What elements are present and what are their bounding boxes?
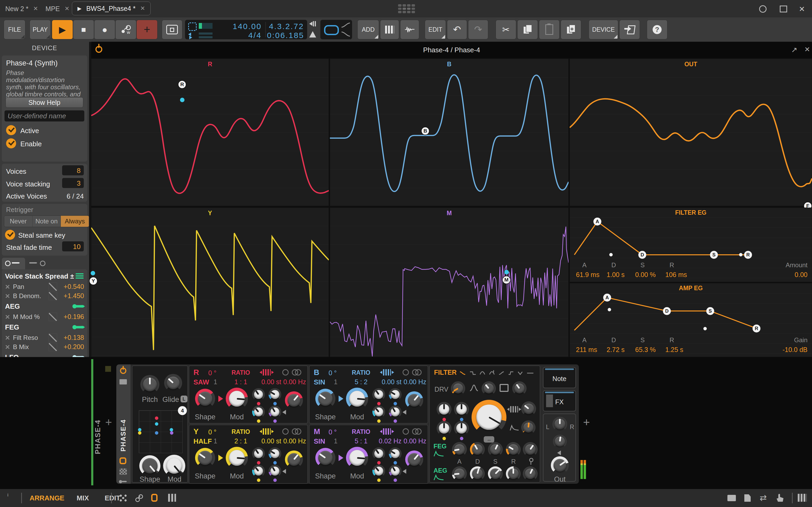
record-button[interactable]: ● xyxy=(94,20,115,39)
osc-wave-num[interactable]: 1 xyxy=(214,437,217,445)
steal-fade-time-value[interactable]: 10 xyxy=(62,241,84,251)
osc-b-display[interactable]: B B xyxy=(330,59,568,206)
show-help-button[interactable]: Show Help xyxy=(6,97,83,108)
steal-same-key-checkbox[interactable] xyxy=(5,230,15,240)
osc-wave-value[interactable]: SAW xyxy=(194,378,209,386)
osc-y-marker[interactable]: Y xyxy=(89,277,98,285)
track-name-vertical[interactable]: PHASE-4 xyxy=(94,393,102,454)
osc-phase-value[interactable]: 0 ° xyxy=(328,428,337,436)
osc-phase-value[interactable]: 0 ° xyxy=(208,428,216,436)
amp-eg-a-value[interactable]: 211 ms xyxy=(576,346,597,353)
modulation-item[interactable]: AEG AEG xyxy=(2,300,87,312)
filter-mod-knob-1[interactable] xyxy=(437,402,451,417)
window-close-icon[interactable]: ✕ xyxy=(799,5,805,13)
cutoff-width-badge[interactable]: ↔ xyxy=(484,436,494,443)
osc-ratio-value[interactable]: 1 : 1 xyxy=(229,378,253,386)
info-icon[interactable]: i xyxy=(7,493,8,498)
osc-shape-knob[interactable] xyxy=(315,448,336,468)
osc-stereo-icon[interactable] xyxy=(292,369,302,376)
window-record-indicator[interactable] xyxy=(759,5,767,13)
user-defined-name-input[interactable]: User-defined name xyxy=(4,110,84,121)
active-checkbox[interactable] xyxy=(6,125,16,135)
osc-modsrc-knob-3[interactable] xyxy=(372,465,385,477)
osc-modsrc-knob-3[interactable] xyxy=(252,465,265,477)
tempo-value[interactable]: 140.00 xyxy=(217,22,262,31)
osc-wave-num[interactable]: 1 xyxy=(334,437,338,445)
fade-out-icon[interactable] xyxy=(341,31,351,37)
osc-r-display[interactable]: R R xyxy=(91,59,329,206)
osc-modsrc-knob-2[interactable] xyxy=(268,388,281,401)
filter-eg-node-s[interactable]: S xyxy=(710,251,718,259)
filter-env-amount-knob[interactable] xyxy=(521,420,536,435)
osc-modsrc-knob-1[interactable] xyxy=(252,447,265,460)
osc-wave-num[interactable]: 1 xyxy=(334,378,338,386)
filter-eg-d-value[interactable]: 1.00 s xyxy=(607,271,624,279)
io-swap-icon[interactable]: ⇄ xyxy=(760,493,767,503)
duplicate-button[interactable]: + xyxy=(561,20,581,39)
osc-mod-knob[interactable] xyxy=(226,447,248,469)
osc-phase-value[interactable]: 0 ° xyxy=(328,369,337,377)
mod-amount-value[interactable]: +0.200 xyxy=(59,343,84,351)
redo-button[interactable]: ↷ xyxy=(468,20,488,39)
osc-out-knob[interactable] xyxy=(405,391,423,409)
voice-stacking-value[interactable]: 3 xyxy=(62,178,84,188)
osc-detune-value[interactable]: 0.00 st xyxy=(252,437,281,445)
song-time[interactable]: 0:06.185 xyxy=(267,31,304,40)
amp-eg-node-a[interactable]: A xyxy=(603,294,611,301)
play-button[interactable]: ▶ xyxy=(52,20,73,39)
project-tab[interactable]: MPE ✕ xyxy=(45,0,69,17)
osc-modsrc-knob-2[interactable] xyxy=(268,447,281,460)
volume-knob[interactable] xyxy=(553,435,567,448)
popout-icon[interactable]: ↗ xyxy=(791,45,797,54)
insert-device-button[interactable] xyxy=(619,20,640,39)
filter-eg-a-value[interactable]: 61.9 ms xyxy=(576,271,600,279)
mod-remove-icon[interactable] xyxy=(5,294,10,298)
feg-s-knob[interactable] xyxy=(488,442,503,457)
mod-sources-tab[interactable] xyxy=(2,258,25,269)
modulation-item[interactable]: Filt Reso Filt Reso +0.138 xyxy=(2,333,87,342)
metronome-icon[interactable] xyxy=(309,31,316,38)
osc-out-knob[interactable] xyxy=(285,391,303,409)
filter-mod-knob-3[interactable] xyxy=(437,421,451,436)
mod-remove-icon[interactable] xyxy=(5,335,10,340)
add-device-left[interactable]: + xyxy=(105,416,112,429)
preset-folder-icon[interactable] xyxy=(119,379,127,385)
osc-freq-value[interactable]: 0.00 Hz xyxy=(282,437,306,445)
osc-modsrc-knob-4[interactable] xyxy=(389,406,402,418)
mod-amount-value[interactable]: +0.138 xyxy=(59,334,84,341)
add-device-button[interactable]: + xyxy=(583,416,590,429)
aeg-s-knob[interactable] xyxy=(488,466,503,481)
time-signature[interactable]: 4/4 xyxy=(217,31,262,40)
out-display[interactable]: OUT F xyxy=(570,59,812,206)
osc-ratio-value[interactable]: 5 : 2 xyxy=(349,378,373,386)
amp-eg-node-d[interactable]: D xyxy=(663,307,671,315)
mod-destinations-tab[interactable] xyxy=(26,258,49,269)
osc-b-marker[interactable]: B xyxy=(421,127,429,135)
filter-keytrack-icon[interactable] xyxy=(510,406,518,412)
osc-shape-knob[interactable] xyxy=(195,448,215,468)
amp-eg-node-r[interactable]: R xyxy=(753,325,760,332)
osc-keytrack-icon[interactable] xyxy=(383,369,391,376)
osc-detune-value[interactable]: 0.00 st xyxy=(252,378,281,386)
voice-count-badge[interactable]: 4 xyxy=(178,406,187,415)
osc-m-display[interactable]: M M xyxy=(330,208,568,357)
osc-keytrack-icon[interactable] xyxy=(383,428,391,435)
pan-knob[interactable] xyxy=(552,417,567,432)
osc-wave-num[interactable]: 1 xyxy=(214,378,217,386)
add-track-button[interactable]: ADD xyxy=(357,20,379,39)
osc-mod-knob[interactable] xyxy=(346,388,368,410)
filter-keytrack-knob[interactable] xyxy=(521,401,536,416)
mod-remove-icon[interactable] xyxy=(5,284,10,289)
mod-remove-icon[interactable] xyxy=(5,315,10,319)
mod-amount-value[interactable]: +0.196 xyxy=(59,313,84,321)
tab-close-icon[interactable]: ✕ xyxy=(140,5,145,12)
mod-curve-icon[interactable] xyxy=(49,313,57,321)
mod-amount-value[interactable]: +1.450 xyxy=(59,292,84,300)
project-tab[interactable]: ▶ BWS4_Phase4 * ✕ xyxy=(72,2,151,15)
amp-eg-s-value[interactable]: 65.3 % xyxy=(635,346,656,353)
drive-knob[interactable] xyxy=(451,381,465,396)
osc-keytrack-icon[interactable] xyxy=(263,369,271,376)
panel-layout-icon[interactable] xyxy=(168,494,176,502)
osc-modsrc-knob-1[interactable] xyxy=(252,388,265,401)
osc-shape-knob[interactable] xyxy=(195,389,215,409)
